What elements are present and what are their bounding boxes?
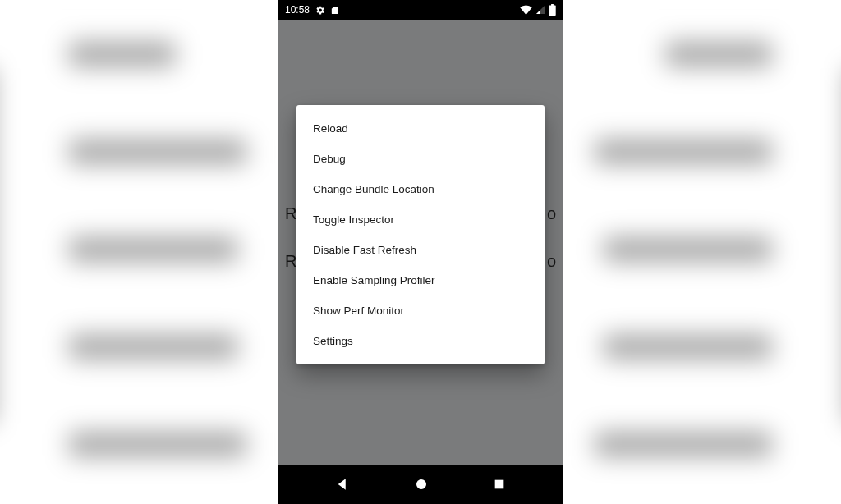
menu-item-label: Reload — [313, 122, 348, 135]
wifi-icon — [520, 5, 532, 15]
status-time: 10:58 — [285, 4, 310, 16]
menu-item-debug[interactable]: Debug — [296, 144, 545, 174]
nav-recents-icon[interactable] — [493, 478, 506, 491]
menu-item-fast-refresh[interactable]: Disable Fast Refresh — [296, 235, 545, 265]
battery-icon — [549, 4, 556, 16]
navigation-bar — [278, 465, 563, 504]
menu-item-bundle[interactable]: Change Bundle Location — [296, 174, 545, 204]
menu-item-label: Debug — [313, 153, 346, 165]
svg-rect-1 — [495, 480, 504, 489]
gear-icon — [315, 5, 325, 16]
menu-item-settings[interactable]: Settings — [296, 326, 545, 356]
blurred-backdrop-right — [541, 0, 841, 504]
signal-icon — [535, 5, 545, 15]
obscured-text-left-2: R — [285, 252, 296, 271]
menu-item-perf-monitor[interactable]: Show Perf Monitor — [296, 296, 545, 326]
menu-item-label: Settings — [313, 335, 353, 347]
nav-home-icon[interactable] — [414, 477, 429, 492]
menu-item-label: Toggle Inspector — [313, 213, 394, 226]
menu-item-label: Show Perf Monitor — [313, 305, 404, 317]
obscured-text-right-2: o — [547, 252, 556, 271]
menu-item-reload[interactable]: Reload — [296, 113, 545, 144]
svg-point-0 — [416, 479, 426, 489]
menu-item-profiler[interactable]: Enable Sampling Profiler — [296, 265, 545, 296]
nav-back-icon[interactable] — [335, 477, 350, 492]
status-bar: 10:58 — [278, 0, 563, 20]
menu-item-label: Change Bundle Location — [313, 183, 434, 195]
menu-item-inspector[interactable]: Toggle Inspector — [296, 204, 545, 235]
menu-item-label: Disable Fast Refresh — [313, 244, 416, 256]
obscured-text-right-1: o — [547, 204, 556, 223]
blurred-backdrop-left — [0, 0, 300, 504]
app-content: R o R o Reload Debug Change Bundle Locat… — [278, 20, 563, 465]
sd-card-icon — [330, 5, 339, 16]
developer-menu: Reload Debug Change Bundle Location Togg… — [296, 105, 545, 364]
phone-frame: 10:58 R o — [278, 0, 563, 504]
menu-item-label: Enable Sampling Profiler — [313, 274, 435, 286]
page-background: 10:58 R o — [0, 0, 841, 504]
obscured-text-left-1: R — [285, 204, 296, 223]
